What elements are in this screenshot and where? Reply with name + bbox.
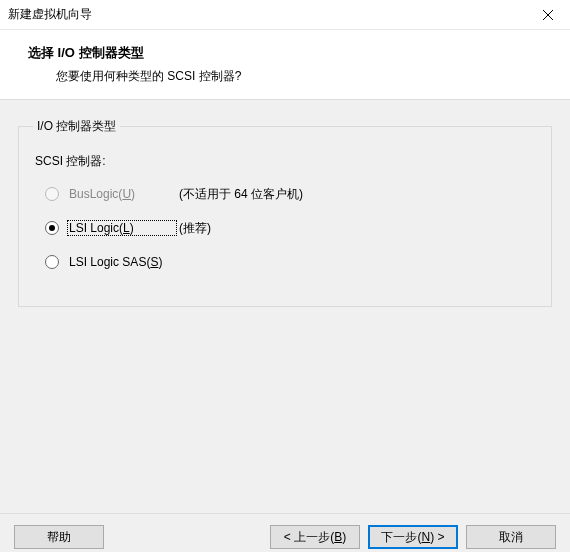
radio-lsilogic[interactable]: LSI Logic(L) (推荐) xyxy=(45,218,537,238)
titlebar: 新建虚拟机向导 xyxy=(0,0,570,30)
radio-label-lsilogic: LSI Logic(L) xyxy=(67,220,177,236)
page-title: 选择 I/O 控制器类型 xyxy=(28,44,560,62)
back-button[interactable]: < 上一步(B) xyxy=(270,525,360,549)
close-button[interactable] xyxy=(526,0,570,30)
radio-input-lsilogic-sas[interactable] xyxy=(45,255,59,269)
button-bar: 帮助 < 上一步(B) 下一步(N) > 取消 xyxy=(0,513,570,552)
radio-buslogic: BusLogic(U) (不适用于 64 位客户机) xyxy=(45,184,537,204)
help-button[interactable]: 帮助 xyxy=(14,525,104,549)
radio-lsilogic-sas[interactable]: LSI Logic SAS(S) xyxy=(45,252,537,272)
radio-input-buslogic xyxy=(45,187,59,201)
next-button[interactable]: 下一步(N) > xyxy=(368,525,458,549)
group-legend: I/O 控制器类型 xyxy=(33,118,120,135)
close-icon xyxy=(543,10,553,20)
cancel-button[interactable]: 取消 xyxy=(466,525,556,549)
content-area: I/O 控制器类型 SCSI 控制器: BusLogic(U) (不适用于 64… xyxy=(0,100,570,513)
window-title: 新建虚拟机向导 xyxy=(8,6,92,23)
io-controller-group: I/O 控制器类型 SCSI 控制器: BusLogic(U) (不适用于 64… xyxy=(18,118,552,307)
radio-input-lsilogic[interactable] xyxy=(45,221,59,235)
radio-label-lsilogic-sas: LSI Logic SAS(S) xyxy=(67,255,177,269)
radio-label-buslogic: BusLogic(U) xyxy=(67,187,177,201)
radio-note-buslogic: (不适用于 64 位客户机) xyxy=(179,186,303,203)
radio-note-lsilogic: (推荐) xyxy=(179,220,211,237)
wizard-header: 选择 I/O 控制器类型 您要使用何种类型的 SCSI 控制器? xyxy=(0,30,570,100)
scsi-label: SCSI 控制器: xyxy=(35,153,537,170)
page-subtitle: 您要使用何种类型的 SCSI 控制器? xyxy=(28,68,560,85)
